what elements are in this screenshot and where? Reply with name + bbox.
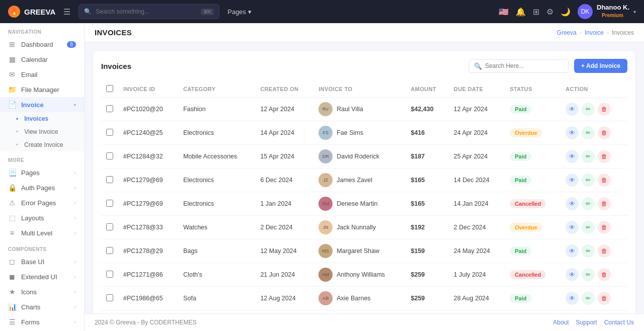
row-action: 👁 ✏ 🗑 [560,239,627,263]
delete-button-6[interactable]: 🗑 [598,244,611,258]
edit-button-0[interactable]: ✏ [582,103,595,116]
row-due-date: 24 May 2024 [449,239,505,263]
table-row: #PC1279@69 Electronics 6 Dec 2024 JZ Jam… [101,169,627,192]
edit-button-8[interactable]: ✏ [582,292,595,305]
sidebar-item-extended-ui[interactable]: ◼ Extended UI › [0,269,84,284]
calendar-icon: ▦ [8,55,16,63]
row-checkbox-cell [101,216,118,239]
edit-button-7[interactable]: ✏ [582,268,595,281]
sidebar-item-view-invoice[interactable]: View Invoice [0,125,84,138]
row-invoice-to-name: Axie Barnes [337,295,370,302]
global-search-input[interactable] [96,8,196,15]
sidebar-item-base-ui[interactable]: ◻ Base UI › [0,254,84,269]
select-all-checkbox[interactable] [106,85,113,92]
user-avatar-section[interactable]: DK Dhanoo K. Premium ▾ [578,4,636,20]
row-due-date: 25 Apr 2024 [449,145,505,169]
delete-button-2[interactable]: 🗑 [598,150,611,163]
edit-button-4[interactable]: ✏ [582,197,595,210]
dark-mode-icon[interactable]: 🌙 [560,7,571,17]
edit-button-1[interactable]: ✏ [582,126,595,139]
row-amount: $259 [406,263,449,287]
row-checkbox-8[interactable] [106,294,113,301]
sidebar-item-label: Base UI [21,258,44,266]
sidebar-item-auth-pages[interactable]: 🔒 Auth Pages › [0,180,84,195]
footer-support-link[interactable]: Support [576,319,597,326]
sidebar-item-calendar[interactable]: ▦ Calendar [0,52,84,67]
status-badge: Overdue [510,128,542,137]
view-button-1[interactable]: 👁 [566,126,579,139]
row-status: Paid [505,145,560,169]
row-created-on: 2 Dec 2024 [255,216,313,239]
sidebar-item-invoice[interactable]: 📄 Invoice ▾ [0,97,84,112]
chevron-right-icon: › [74,289,76,295]
sidebar-item-dashboard[interactable]: ⊞ Dashboard 8 [0,37,84,52]
row-category: Mobile Accessories [178,145,255,169]
menu-toggle-button[interactable]: ☰ [63,7,70,17]
grid-icon[interactable]: ⊞ [533,7,539,17]
row-checkbox-0[interactable] [106,105,113,112]
sidebar-item-pages[interactable]: 📃 Pages › [0,165,84,180]
row-checkbox-2[interactable] [106,152,113,159]
delete-button-5[interactable]: 🗑 [598,221,611,234]
footer-about-link[interactable]: About [553,319,569,326]
col-category: CATEGORY [178,81,255,98]
table-search-input[interactable] [485,62,564,69]
row-category: Bags [178,239,255,263]
view-button-6[interactable]: 👁 [566,244,579,258]
view-button-8[interactable]: 👁 [566,292,579,305]
sidebar-item-charts[interactable]: 📊 Charts › [0,299,84,314]
action-icons: 👁 ✏ 🗑 [566,103,622,116]
row-checkbox-4[interactable] [106,200,113,207]
sidebar-item-email[interactable]: ✉ Email [0,67,84,82]
sidebar-item-layouts[interactable]: ⬚ Layouts › [0,210,84,225]
flag-icon[interactable]: 🇺🇸 [499,7,509,17]
edit-button-3[interactable]: ✏ [582,174,595,187]
footer-contact-link[interactable]: Contact Us [604,319,634,326]
bell-icon[interactable]: 🔔 [516,7,526,17]
delete-button-3[interactable]: 🗑 [598,174,611,187]
sidebar-item-create-invoice[interactable]: Create Invoice [0,138,84,151]
view-button-7[interactable]: 👁 [566,268,579,281]
global-search-box[interactable]: 🔍 ⌘K [78,4,219,19]
add-invoice-button[interactable]: + Add Invoice [574,59,627,73]
sidebar-item-error-pages[interactable]: ⚠ Error Pages › [0,195,84,210]
breadcrumb-invoice-link[interactable]: Invoice [585,29,604,36]
edit-button-5[interactable]: ✏ [582,221,595,234]
row-checkbox-1[interactable] [106,129,113,136]
row-checkbox-5[interactable] [106,223,113,230]
view-button-2[interactable]: 👁 [566,150,579,163]
delete-button-7[interactable]: 🗑 [598,268,611,281]
edit-button-2[interactable]: ✏ [582,150,595,163]
row-checkbox-cell [101,287,118,310]
action-icons: 👁 ✏ 🗑 [566,292,622,305]
sidebar-item-icons[interactable]: ★ Icons › [0,284,84,299]
delete-button-0[interactable]: 🗑 [598,103,611,116]
settings-icon[interactable]: ⚙ [546,7,553,17]
row-checkbox-6[interactable] [106,247,113,254]
row-checkbox-3[interactable] [106,176,113,183]
view-button-0[interactable]: 👁 [566,103,579,116]
breadcrumb-sep-1: › [580,29,582,36]
sidebar-item-forms[interactable]: ☰ Forms › [0,314,84,329]
view-button-5[interactable]: 👁 [566,221,579,234]
table-search-box[interactable]: 🔍 [468,59,569,73]
breadcrumb-home[interactable]: Greeva [557,29,577,36]
edit-button-6[interactable]: ✏ [582,244,595,258]
row-avatar: JN [318,220,333,234]
sidebar-item-multi-level[interactable]: ≡ Multi Level › [0,225,84,240]
sidebar-item-invoices[interactable]: Invoices [0,112,84,125]
header-checkbox-col [101,81,118,98]
view-button-3[interactable]: 👁 [566,174,579,187]
row-invoice-id: #PC1986@65 [118,287,178,310]
lock-icon: 🔒 [8,184,16,192]
app-logo[interactable]: 🔥 GREEVA [8,6,55,18]
delete-button-8[interactable]: 🗑 [598,292,611,305]
row-checkbox-7[interactable] [106,271,113,278]
delete-button-4[interactable]: 🗑 [598,197,611,210]
view-button-4[interactable]: 👁 [566,197,579,210]
pages-dropdown[interactable]: Pages ▾ [227,8,252,16]
delete-button-1[interactable]: 🗑 [598,126,611,139]
sidebar-item-file-manager[interactable]: 📁 File Manager [0,82,84,97]
top-navbar: 🔥 GREEVA ☰ 🔍 ⌘K Pages ▾ 🇺🇸 🔔 ⊞ ⚙ 🌙 DK Dh… [0,0,644,23]
user-name: Dhanoo K. [597,4,629,11]
